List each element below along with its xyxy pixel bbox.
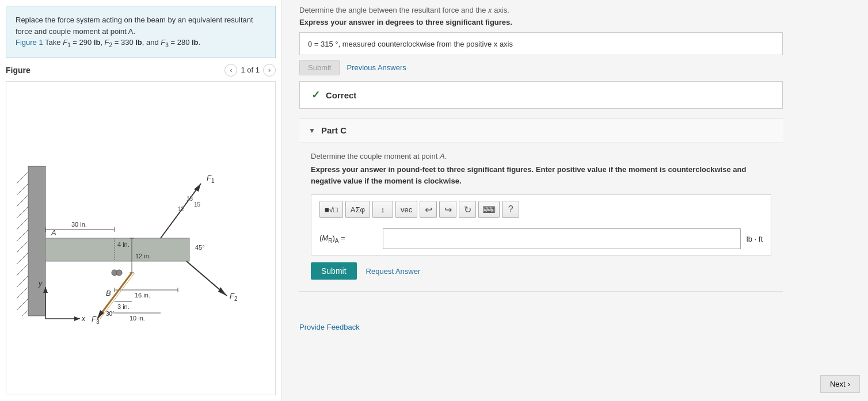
request-answer-link[interactable]: Request Answer bbox=[366, 267, 421, 276]
vec-btn[interactable]: vec bbox=[395, 201, 417, 218]
svg-line-6 bbox=[17, 230, 28, 241]
svg-text:2: 2 bbox=[234, 296, 238, 302]
svg-line-3 bbox=[17, 195, 28, 207]
input-row: (MR)A = lb · ft bbox=[319, 228, 763, 249]
svg-text:B: B bbox=[106, 289, 111, 297]
vec-icon: vec bbox=[401, 205, 412, 214]
next-label: Next bbox=[830, 380, 846, 388]
figure-prev-btn[interactable]: ‹ bbox=[224, 64, 237, 77]
svg-line-50 bbox=[100, 273, 135, 319]
correct-label: Correct bbox=[326, 90, 356, 100]
left-panel: Replace the force system acting on the b… bbox=[0, 0, 282, 401]
part-c-question: Determine the couple moment at point A. bbox=[311, 152, 771, 161]
part-b-submit-btn[interactable]: Submit bbox=[299, 60, 340, 75]
part-c-collapse-icon: ▼ bbox=[309, 127, 315, 135]
arrows-btn[interactable]: ↕ bbox=[372, 201, 393, 218]
problem-text: Replace the force system acting on the b… bbox=[16, 16, 253, 36]
svg-line-9 bbox=[17, 264, 28, 276]
problem-params: Take F1 = 290 lb, F2 = 330 lb, and F3 = … bbox=[45, 38, 200, 47]
svg-line-11 bbox=[17, 287, 28, 299]
svg-text:30°: 30° bbox=[106, 311, 115, 317]
figure-header: Figure ‹ 1 of 1 › bbox=[6, 64, 276, 77]
svg-marker-39 bbox=[218, 287, 227, 296]
part-b-answer-value: θ = 315 °, measured counterclockwise fro… bbox=[308, 40, 513, 48]
part-b-prev-answers-link[interactable]: Previous Answers bbox=[347, 63, 406, 72]
svg-text:30 in.: 30 in. bbox=[71, 221, 87, 228]
svg-text:y: y bbox=[38, 280, 43, 288]
equation-label: (MR)A = bbox=[319, 234, 377, 244]
undo-btn[interactable]: ↩ bbox=[420, 201, 437, 218]
part-c-content: Determine the couple moment at point A. … bbox=[299, 143, 783, 291]
figure-section: Figure ‹ 1 of 1 › bbox=[0, 58, 281, 401]
svg-marker-56 bbox=[74, 316, 80, 321]
part-b-answer-box: θ = 315 °, measured counterclockwise fro… bbox=[299, 32, 783, 55]
arrows-icon: ↕ bbox=[381, 205, 385, 214]
math-input-container: ■√□ ΑΣφ ↕ vec ↩ bbox=[311, 194, 771, 255]
problem-statement: Replace the force system acting on the b… bbox=[6, 6, 276, 58]
keyboard-icon: ⌨ bbox=[482, 204, 496, 215]
help-btn[interactable]: ? bbox=[502, 201, 519, 218]
content-area: Determine the angle between the resultan… bbox=[282, 0, 800, 303]
part-c-section: ▼ Part C Determine the couple moment at … bbox=[299, 118, 783, 292]
matrix-sqrt-icon: ■√□ bbox=[325, 205, 338, 214]
redo-btn[interactable]: ↪ bbox=[439, 201, 456, 218]
greek-btn[interactable]: ΑΣφ bbox=[345, 201, 370, 218]
svg-line-4 bbox=[17, 207, 28, 218]
figure-container: A 30 in. 4 in. 12 in. 16 in. bbox=[6, 81, 276, 395]
svg-text:45°: 45° bbox=[195, 244, 205, 251]
part-c-header[interactable]: ▼ Part C bbox=[299, 119, 783, 143]
figure-nav-count: 1 of 1 bbox=[241, 66, 260, 74]
unit-label: lb · ft bbox=[747, 235, 763, 243]
svg-line-1 bbox=[17, 172, 28, 184]
right-panel: Determine the angle between the resultan… bbox=[282, 0, 868, 401]
feedback-area: Provide Feedback bbox=[282, 315, 868, 339]
help-icon: ? bbox=[508, 204, 513, 215]
svg-text:12: 12 bbox=[178, 206, 185, 212]
provide-feedback-link[interactable]: Provide Feedback bbox=[299, 323, 360, 331]
figure-nav: ‹ 1 of 1 › bbox=[224, 64, 276, 77]
svg-text:16 in.: 16 in. bbox=[135, 292, 150, 299]
svg-line-13 bbox=[22, 310, 28, 316]
redo-icon: ↪ bbox=[444, 204, 452, 215]
svg-line-12 bbox=[17, 299, 28, 310]
svg-text:x: x bbox=[81, 315, 86, 323]
svg-point-44 bbox=[116, 270, 122, 276]
undo-icon: ↩ bbox=[425, 204, 432, 215]
svg-text:12 in.: 12 in. bbox=[135, 253, 151, 259]
next-arrow-icon: › bbox=[848, 380, 850, 388]
part-b-submit-row: Submit Previous Answers bbox=[299, 60, 783, 75]
part-c-label: Part C bbox=[321, 125, 347, 135]
refresh-btn[interactable]: ↻ bbox=[459, 201, 476, 218]
part-b-result: Determine the angle between the resultan… bbox=[299, 6, 783, 109]
svg-text:10 in.: 10 in. bbox=[130, 315, 145, 322]
part-b-instruction: Express your answer in degrees to three … bbox=[299, 18, 783, 26]
svg-line-10 bbox=[17, 276, 28, 287]
math-toolbar: ■√□ ΑΣφ ↕ vec ↩ bbox=[319, 201, 763, 223]
figure-link[interactable]: Figure 1 bbox=[16, 38, 43, 47]
correct-box: ✓ Correct bbox=[299, 81, 783, 109]
svg-text:1: 1 bbox=[211, 178, 215, 184]
svg-line-2 bbox=[17, 184, 28, 195]
moment-input[interactable] bbox=[383, 228, 741, 249]
svg-line-5 bbox=[17, 218, 28, 230]
keyboard-btn[interactable]: ⌨ bbox=[478, 201, 500, 218]
next-btn[interactable]: Next › bbox=[820, 375, 860, 393]
svg-marker-31 bbox=[194, 184, 201, 192]
svg-line-7 bbox=[17, 241, 28, 253]
svg-text:13: 13 bbox=[186, 196, 193, 202]
svg-text:3: 3 bbox=[96, 319, 100, 325]
part-b-question: Determine the angle between the resultan… bbox=[299, 6, 783, 14]
svg-text:4 in.: 4 in. bbox=[117, 241, 130, 248]
greek-icon: ΑΣφ bbox=[351, 205, 365, 214]
part-c-instruction: Express your answer in pound-feet to thr… bbox=[311, 164, 771, 186]
matrix-sqrt-btn[interactable]: ■√□ bbox=[319, 201, 343, 218]
action-row: Submit Request Answer bbox=[311, 262, 771, 280]
figure-next-btn[interactable]: › bbox=[263, 64, 276, 77]
correct-check-icon: ✓ bbox=[311, 89, 320, 101]
svg-text:15: 15 bbox=[194, 201, 201, 208]
svg-text:3 in.: 3 in. bbox=[117, 303, 130, 310]
part-c-submit-btn[interactable]: Submit bbox=[311, 262, 357, 280]
refresh-icon: ↻ bbox=[464, 204, 471, 215]
svg-line-8 bbox=[17, 253, 28, 264]
figure-svg: A 30 in. 4 in. 12 in. 16 in. bbox=[17, 149, 258, 327]
